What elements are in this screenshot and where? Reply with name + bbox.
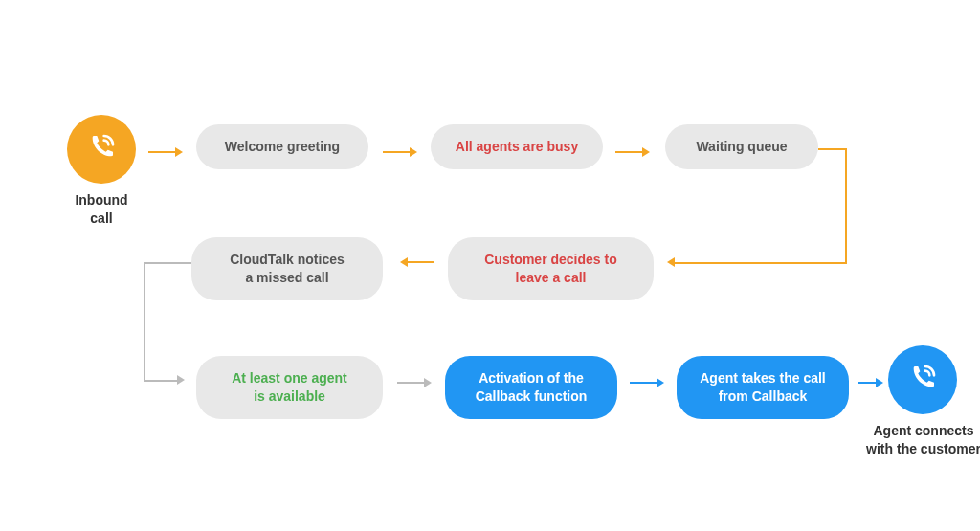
- agents-busy-node: All agents are busy: [431, 124, 603, 169]
- arrow-icon: [615, 147, 650, 157]
- callback-activation-node: Activation of the Callback function: [445, 356, 617, 419]
- arrow-icon: [148, 147, 183, 157]
- inbound-call-label: Inbound call: [59, 191, 144, 228]
- phone-icon: [86, 132, 117, 166]
- arrow-icon: [630, 378, 664, 387]
- arrow-icon: [400, 257, 434, 267]
- node-text: Agent takes the call from Callback: [700, 369, 826, 406]
- node-text: CloudTalk notices a missed call: [230, 251, 345, 287]
- welcome-greeting-node: Welcome greeting: [196, 124, 368, 169]
- node-text: Activation of the Callback function: [476, 369, 588, 406]
- connector-line: [845, 148, 847, 263]
- node-text: Customer decides to leave a call: [484, 251, 616, 287]
- agent-connects-label: Agent connects with the customer: [852, 422, 980, 458]
- agent-takes-call-node: Agent takes the call from Callback: [677, 356, 849, 419]
- node-text: Waiting queue: [696, 138, 787, 156]
- customer-leave-node: Customer decides to leave a call: [448, 237, 654, 300]
- node-text: Welcome greeting: [225, 138, 340, 156]
- arrow-icon: [858, 378, 883, 387]
- agent-available-node: At least one agent is available: [196, 356, 383, 419]
- inbound-call-circle: [67, 115, 136, 184]
- connector-line: [144, 262, 191, 264]
- arrow-icon: [397, 378, 432, 387]
- agent-connects-circle: [888, 345, 957, 414]
- connector-line: [818, 148, 847, 150]
- connector-line: [675, 262, 847, 264]
- connector-line: [144, 380, 177, 382]
- waiting-queue-node: Waiting queue: [665, 124, 818, 169]
- cloudtalk-missed-node: CloudTalk notices a missed call: [191, 237, 383, 300]
- arrow-icon: [383, 147, 417, 157]
- connector-line: [144, 262, 145, 381]
- node-text: At least one agent is available: [232, 369, 347, 406]
- node-text: All agents are busy: [456, 138, 578, 156]
- phone-icon: [907, 363, 938, 397]
- arrow-head-icon: [667, 257, 675, 267]
- arrow-head-icon: [177, 375, 185, 385]
